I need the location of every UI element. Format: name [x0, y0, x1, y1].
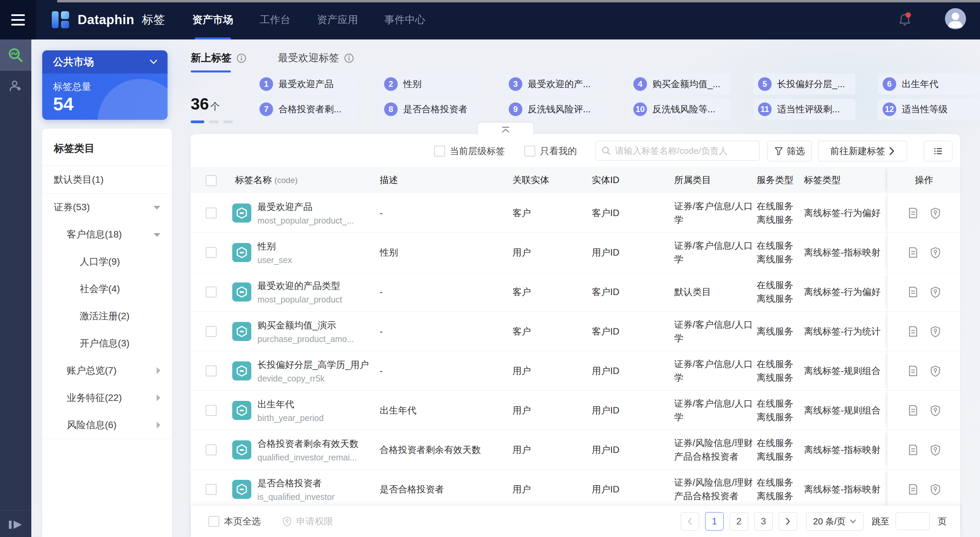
tree-caret-icon[interactable] [157, 367, 161, 374]
page-number-button[interactable]: 1 [705, 512, 724, 531]
nav-item[interactable]: 事件中心 [385, 0, 425, 40]
next-page-button[interactable] [779, 512, 797, 531]
permission-shield-icon[interactable] [930, 365, 941, 377]
category-tree-item[interactable]: 账户总览(7) [42, 357, 172, 384]
create-tag-button[interactable]: 前往新建标签 [818, 141, 907, 161]
category-tree-item[interactable]: 证券(53) [42, 194, 172, 221]
nav-item[interactable]: 资产应用 [317, 0, 358, 40]
current-level-checkbox[interactable]: 当前层级标签 [434, 145, 505, 157]
nav-item[interactable]: 工作台 [260, 0, 290, 40]
select-all-header-checkbox[interactable] [206, 175, 216, 186]
hot-tag-chip[interactable]: 5 长投偏好分层_... [753, 73, 855, 95]
category-tree-item[interactable]: 客户信息(18) [42, 221, 172, 248]
window-top-edge [57, 0, 980, 2]
row-checkbox[interactable] [206, 484, 216, 495]
detail-doc-icon[interactable] [907, 483, 919, 496]
hot-tag-chip[interactable]: 12 适当性等级 [878, 99, 980, 120]
hot-tab[interactable]: 新上标签 [191, 51, 247, 73]
permission-shield-icon[interactable] [930, 207, 941, 219]
hot-tag-chip[interactable]: 9 反洗钱风险评... [504, 99, 606, 120]
detail-doc-icon[interactable] [907, 404, 919, 416]
info-icon[interactable] [344, 53, 354, 63]
select-all-page-checkbox[interactable]: 本页全选 [208, 515, 261, 527]
permission-shield-icon[interactable] [930, 325, 941, 338]
page-number-button[interactable]: 2 [730, 512, 748, 531]
row-operations [887, 351, 960, 390]
collapse-panel-handle[interactable] [478, 122, 534, 137]
detail-doc-icon[interactable] [907, 286, 919, 298]
info-icon[interactable] [236, 53, 247, 63]
tag-name-link[interactable]: 购买金额均值_演示 [258, 319, 354, 331]
tree-caret-icon[interactable] [157, 422, 161, 429]
only-mine-checkbox[interactable]: 只看我的 [524, 145, 577, 157]
row-checkbox[interactable] [206, 405, 216, 416]
notification-bell-icon[interactable] [897, 11, 913, 28]
permission-shield-icon[interactable] [930, 444, 941, 456]
hot-tag-chip[interactable]: 8 是否合格投资者 [379, 99, 482, 120]
tag-name-link[interactable]: 出生年代 [258, 398, 324, 410]
hot-tab[interactable]: 最受欢迎标签 [278, 51, 354, 73]
rail-item-asset-search[interactable] [0, 40, 31, 71]
tag-name-link[interactable]: 合格投资者剩余有效天数 [258, 437, 359, 450]
tag-name-link[interactable]: 最受欢迎产品 [258, 200, 354, 213]
user-avatar[interactable] [945, 8, 966, 29]
carousel-dot[interactable] [191, 121, 204, 123]
cell-entity: 客户 [512, 207, 531, 219]
checkbox[interactable] [524, 146, 535, 157]
rail-item-roles[interactable] [0, 71, 31, 102]
carousel-dot[interactable] [209, 121, 219, 123]
nav-item[interactable]: 资产市场 [192, 0, 233, 40]
tag-name-link[interactable]: 长投偏好分层_高学历_用户 [258, 358, 369, 370]
tag-name-link[interactable]: 是否合格投资者 [258, 477, 335, 489]
search-input[interactable] [614, 145, 759, 157]
rail-expand-icon[interactable] [8, 518, 24, 532]
detail-doc-icon[interactable] [907, 325, 919, 338]
tag-name-link[interactable]: 最受欢迎的产品类型 [258, 280, 342, 292]
hot-tag-chip[interactable]: 1 最受欢迎产品 [255, 73, 357, 95]
checkbox[interactable] [434, 146, 445, 157]
row-checkbox[interactable] [206, 445, 216, 455]
tag-name-link[interactable]: 性别 [258, 240, 292, 252]
row-checkbox[interactable] [206, 208, 216, 218]
tree-caret-icon[interactable] [154, 206, 161, 210]
detail-doc-icon[interactable] [907, 246, 919, 259]
category-tree-item[interactable]: 业务特征(22) [42, 384, 172, 411]
tree-caret-icon[interactable] [157, 394, 161, 401]
hot-tag-chip[interactable]: 11 适当性评级剩... [753, 99, 855, 120]
category-tree-item[interactable]: 社会学(4) [42, 275, 172, 302]
hot-tag-chip[interactable]: 10 反洗钱风险等... [628, 99, 731, 120]
market-selector[interactable]: 公共市场 [42, 50, 167, 73]
hot-tag-chip[interactable]: 4 购买金额均值_... [628, 73, 731, 95]
hot-tag-chip[interactable]: 3 最受欢迎的产... [504, 73, 606, 95]
hot-tag-chip[interactable]: 2 性别 [379, 73, 482, 95]
hot-tag-chip[interactable]: 7 合格投资者剩... [255, 99, 357, 120]
row-checkbox[interactable] [206, 247, 216, 258]
row-checkbox[interactable] [206, 286, 216, 297]
category-tree-item[interactable]: 开户信息(3) [42, 330, 172, 357]
jump-page-input[interactable] [896, 513, 930, 530]
detail-doc-icon[interactable] [907, 444, 919, 456]
hot-tag-chip[interactable]: 6 出生年代 [878, 73, 980, 95]
category-tree-item[interactable]: 风险信息(6) [42, 411, 172, 439]
detail-doc-icon[interactable] [907, 365, 919, 377]
prev-page-button[interactable] [681, 512, 699, 531]
permission-shield-icon[interactable] [930, 404, 941, 416]
permission-shield-icon[interactable] [930, 483, 941, 496]
detail-doc-icon[interactable] [907, 207, 919, 219]
permission-shield-icon[interactable] [930, 286, 941, 298]
tag-name-cell: 购买金额均值_演示 purchase_product_amo... [258, 319, 354, 344]
tree-caret-icon[interactable] [154, 233, 161, 237]
category-tree-item[interactable]: 默认类目(1) [42, 166, 172, 194]
menu-button[interactable] [0, 0, 36, 40]
category-tree-item[interactable]: 人口学(9) [42, 248, 172, 275]
permission-shield-icon[interactable] [930, 246, 941, 259]
list-view-button[interactable] [924, 141, 952, 161]
request-permission-action[interactable]: 申请权限 [282, 515, 333, 527]
filter-button[interactable]: 筛选 [767, 141, 812, 161]
page-number-button[interactable]: 3 [754, 512, 773, 531]
row-checkbox[interactable] [206, 365, 216, 377]
page-size-select[interactable]: 20 条/页 [806, 512, 864, 531]
category-tree-item[interactable]: 激活注册(2) [42, 302, 172, 330]
carousel-dot[interactable] [223, 121, 233, 123]
row-checkbox[interactable] [206, 326, 216, 337]
